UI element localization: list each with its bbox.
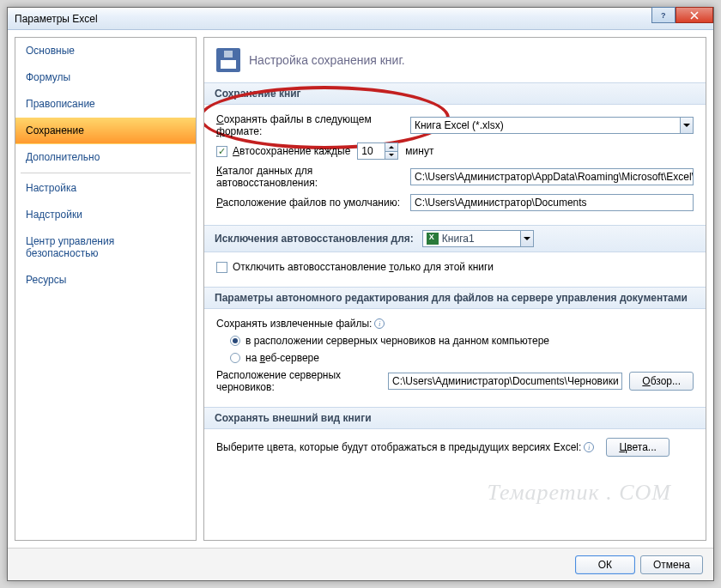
- default-path-field[interactable]: C:\Users\Администратор\Documents: [410, 194, 694, 211]
- ok-button[interactable]: ОК: [575, 555, 635, 574]
- spinner-down[interactable]: [385, 152, 397, 160]
- sidebar-item-trustcenter[interactable]: Центр управления безопасностью: [15, 228, 196, 267]
- drafts-path-label: Расположение серверных черновиков:: [216, 369, 388, 393]
- spinner-up[interactable]: [385, 143, 397, 152]
- default-path-label: Расположение файлов по умолчанию:: [216, 197, 410, 209]
- save-extracted-label: Сохранять извлеченные файлы:: [216, 318, 372, 330]
- autosave-unit: минут: [405, 145, 433, 157]
- floppy-icon: [216, 48, 240, 72]
- autosave-label: Автосохранение каждые: [233, 145, 350, 157]
- section-offline: Параметры автономного редактирования для…: [204, 287, 706, 309]
- titlebar: Параметры Excel ?: [8, 8, 713, 30]
- category-sidebar: Основные Формулы Правописание Сохранение…: [15, 37, 197, 541]
- sidebar-item-proofing[interactable]: Правописание: [15, 91, 196, 118]
- dialog-footer: ОК Отмена: [8, 548, 713, 580]
- sidebar-item-resources[interactable]: Ресурсы: [15, 267, 196, 294]
- recovery-path-field[interactable]: C:\Users\Администратор\AppData\Roaming\M…: [410, 168, 694, 185]
- main-panel: Настройка сохранения книг. Сохранение кн…: [203, 37, 706, 541]
- colors-button[interactable]: Цвета...: [606, 438, 669, 457]
- chevron-down-icon[interactable]: [680, 118, 693, 133]
- radio-local-drafts-label: в расположении серверных черновиков на д…: [245, 335, 549, 347]
- watermark: Темаретик . COM: [488, 480, 671, 506]
- radio-local-drafts[interactable]: [230, 336, 240, 346]
- radio-web-server[interactable]: [230, 353, 240, 363]
- info-icon[interactable]: i: [584, 442, 594, 452]
- workbook-value: Книга1: [442, 233, 475, 245]
- excel-icon: [427, 233, 439, 245]
- disable-autorecovery-checkbox[interactable]: [216, 262, 227, 273]
- autosave-interval-spinner[interactable]: 10: [357, 142, 398, 160]
- sidebar-item-general[interactable]: Основные: [15, 38, 196, 64]
- sidebar-item-addins[interactable]: Надстройки: [15, 202, 196, 228]
- divider: [21, 173, 191, 173]
- section-exceptions: Исключения автовосстановления для: Книга…: [204, 225, 706, 252]
- autosave-value: 10: [358, 145, 385, 157]
- recovery-path-label: Каталог данных для автовосстановления:: [216, 165, 410, 189]
- radio-web-server-label: на веб-сервере: [245, 352, 319, 364]
- section-save-books: Сохранение книг: [204, 82, 706, 105]
- sidebar-item-advanced[interactable]: Дополнительно: [15, 144, 196, 171]
- browse-button[interactable]: Обзор...: [629, 372, 694, 391]
- sidebar-item-customize[interactable]: Настройка: [15, 175, 196, 202]
- format-dropdown[interactable]: Книга Excel (*.xlsx): [410, 117, 694, 134]
- format-value: Книга Excel (*.xlsx): [415, 119, 504, 131]
- svg-text:?: ?: [661, 11, 666, 20]
- help-button[interactable]: ?: [651, 7, 676, 23]
- drafts-path-field[interactable]: C:\Users\Администратор\Documents\Чернови…: [388, 373, 622, 390]
- chevron-down-icon[interactable]: [520, 231, 533, 246]
- format-label: Сохранять файлы в следующем формате:: [216, 113, 410, 137]
- close-button[interactable]: [676, 7, 713, 23]
- window-title: Параметры Excel: [8, 13, 98, 25]
- section-appearance: Сохранять внешний вид книги: [204, 407, 706, 429]
- sidebar-item-formulas[interactable]: Формулы: [15, 64, 196, 91]
- exceptions-title: Исключения автовосстановления для:: [215, 233, 414, 245]
- info-icon[interactable]: i: [374, 318, 385, 329]
- panel-title: Настройка сохранения книг.: [249, 53, 405, 67]
- workbook-dropdown[interactable]: Книга1: [422, 230, 534, 247]
- sidebar-item-save[interactable]: Сохранение: [15, 118, 196, 144]
- options-dialog: Параметры Excel ? Основные Формулы Право…: [7, 7, 714, 581]
- colors-hint: Выберите цвета, которые будут отображать…: [216, 441, 581, 453]
- cancel-button[interactable]: Отмена: [640, 555, 703, 574]
- disable-autorecovery-label: Отключить автовосстановление только для …: [233, 261, 494, 273]
- autosave-checkbox[interactable]: [216, 146, 227, 157]
